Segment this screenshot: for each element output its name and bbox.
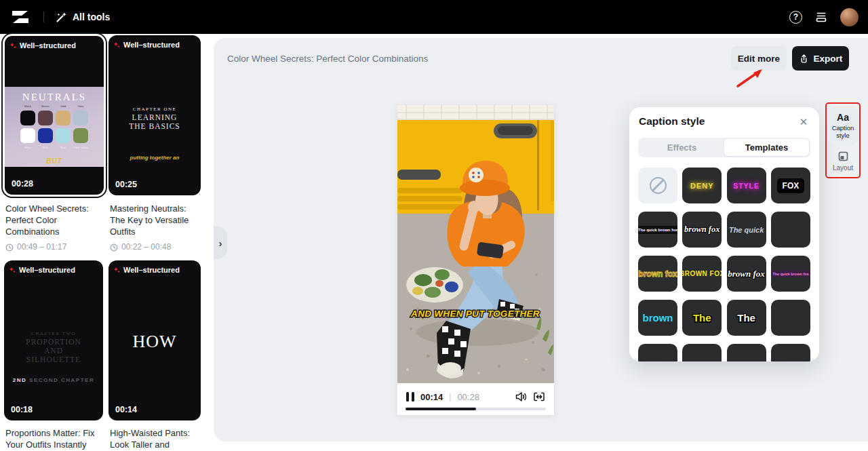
color-swatch — [38, 128, 53, 143]
sparkle-icon — [114, 42, 120, 48]
tag-rest: SECOND CHAPTER — [29, 377, 94, 383]
tab-templates[interactable]: Templates — [724, 139, 809, 156]
badge-label: Well–structured — [20, 41, 76, 50]
export-button[interactable]: Export — [792, 46, 849, 71]
color-swatch — [56, 111, 71, 125]
time-separator: | — [449, 392, 451, 401]
template-item[interactable]: brown fox — [727, 256, 766, 292]
color-swatch — [20, 128, 35, 143]
top-bar: All tools ? — [0, 0, 868, 34]
badge-label: Well–structured — [123, 41, 180, 49]
chapter-title: LEARNING THE BASICS — [123, 113, 186, 131]
clip-card[interactable]: Well–structured CHAPTER TWO PROPORTION A… — [4, 260, 103, 420]
clip-title[interactable]: Mastering Neutrals: The Key to Versatile… — [110, 203, 201, 237]
slide-word: HOW — [108, 332, 201, 352]
template-item[interactable]: brown — [638, 300, 677, 336]
progress-fill — [406, 408, 476, 410]
clip-time-range: 00:49 – 01:17 — [17, 241, 66, 253]
magic-wand-icon — [56, 12, 67, 23]
well-structured-badge: Well–structured — [114, 41, 180, 49]
editor-main-panel: Color Wheel Secrets: Perfect Color Combi… — [214, 38, 868, 442]
panel-title: Caption style — [639, 115, 705, 128]
swatch-label: Olive Green — [73, 146, 88, 149]
sparkle-icon — [10, 43, 16, 49]
well-structured-badge: Well–structured — [10, 41, 76, 50]
user-avatar[interactable] — [840, 8, 859, 26]
swatch-label: Gold — [56, 104, 71, 108]
template-item[interactable]: The — [682, 300, 722, 336]
caption-style-tool-button[interactable]: Aa Caption style — [828, 106, 858, 145]
clock-icon — [5, 243, 14, 252]
template-item[interactable]: The quick brown fox — [638, 212, 677, 248]
template-none[interactable] — [638, 168, 677, 203]
clip-duration: 00:28 — [12, 179, 33, 189]
video-caption-text: putting together an — [108, 155, 201, 161]
template-item[interactable] — [771, 212, 810, 248]
clip-card-selected[interactable]: Well–structured NEUTRALS Black Brown Gol… — [1, 33, 107, 198]
edit-more-label: Edit more — [738, 54, 780, 64]
template-item[interactable]: The quick — [727, 212, 766, 248]
all-tools-label: All tools — [73, 12, 110, 22]
chevron-right-icon: › — [219, 237, 222, 249]
clip-card[interactable]: Well–structured HOW 00:14 — [108, 260, 201, 420]
volume-icon[interactable] — [515, 391, 527, 402]
tag-bold: 2ND — [13, 377, 27, 383]
color-swatch — [38, 111, 53, 125]
video-caption-overlay: AND WHEN PUT TOGETHER — [410, 309, 540, 319]
template-item[interactable]: DENY — [682, 168, 722, 203]
template-item[interactable]: The quick brown fox — [771, 256, 810, 292]
template-item[interactable] — [771, 344, 810, 361]
swatch-label: Blue — [38, 146, 53, 149]
export-icon — [799, 54, 809, 64]
layout-tool-button[interactable]: Layout — [828, 151, 858, 172]
clip-info-2: Mastering Neutrals: The Key to Versatile… — [110, 203, 201, 253]
sidebar-collapse-handle[interactable]: › — [214, 227, 227, 259]
template-item[interactable] — [727, 344, 766, 361]
template-item[interactable]: The — [727, 300, 766, 336]
template-item[interactable] — [638, 344, 677, 361]
template-item[interactable]: brown fox — [638, 256, 677, 292]
player-controls: 00:14 | 00:28 — [397, 383, 554, 415]
clip-title[interactable]: Color Wheel Secrets: Perfect Color Combi… — [5, 203, 102, 237]
well-structured-badge: Well–structured — [9, 266, 75, 274]
color-swatch — [73, 128, 88, 143]
caption-style-panel: Caption style ✕ Effects Templates DENY S… — [629, 107, 819, 361]
clock-icon — [110, 243, 118, 252]
tab-effects[interactable]: Effects — [639, 139, 724, 156]
clip-info-1: Color Wheel Secrets: Perfect Color Combi… — [5, 203, 102, 253]
swatch-label: Brown — [38, 104, 53, 108]
panel-tabs: Effects Templates — [638, 138, 810, 157]
color-swatch — [56, 128, 71, 143]
project-title: Color Wheel Secrets: Perfect Color Combi… — [227, 54, 428, 64]
clip-duration: 00:14 — [115, 405, 137, 414]
tasks-icon[interactable] — [814, 10, 828, 24]
clip-card[interactable]: Well–structured CHAPTER ONE LEARNING THE… — [108, 35, 201, 195]
progress-bar[interactable] — [406, 408, 546, 410]
badge-label: Well–structured — [123, 266, 180, 274]
chapter-label: CHAPTER ONE — [108, 106, 201, 112]
clip-title[interactable]: Proportions Matter: Fix Your Outfits Ins… — [5, 427, 102, 450]
help-icon[interactable]: ? — [789, 11, 802, 24]
neutrals-slide: NEUTRALS Black Brown Gold Grey White Blu… — [5, 87, 104, 167]
clip-title[interactable]: High-Waisted Pants: Look Taller and Slim… — [110, 427, 202, 451]
template-item[interactable] — [682, 344, 722, 361]
template-item[interactable]: STYLE — [727, 168, 766, 203]
video-caption-text: BUT — [5, 157, 104, 165]
clip-info-4: High-Waisted Pants: Look Taller and Slim… — [110, 427, 202, 451]
close-icon[interactable]: ✕ — [796, 115, 811, 130]
all-tools-button[interactable]: All tools — [56, 8, 110, 26]
template-item[interactable] — [771, 300, 810, 336]
layout-icon — [838, 151, 848, 161]
fullscreen-icon[interactable] — [533, 391, 545, 402]
topbar-divider — [43, 12, 44, 22]
capcut-logo-icon[interactable] — [11, 9, 30, 25]
template-item[interactable]: FOX — [771, 168, 810, 203]
sparkle-icon — [114, 267, 120, 273]
clip-duration: 00:25 — [115, 180, 137, 189]
clip-duration: 00:18 — [11, 405, 33, 414]
template-item[interactable]: BROWN FOX — [682, 256, 722, 292]
template-item[interactable]: brown fox — [682, 212, 722, 248]
color-swatch — [20, 111, 35, 125]
video-frame[interactable]: AND WHEN PUT TOGETHER — [397, 105, 554, 383]
pause-button[interactable] — [406, 392, 414, 401]
